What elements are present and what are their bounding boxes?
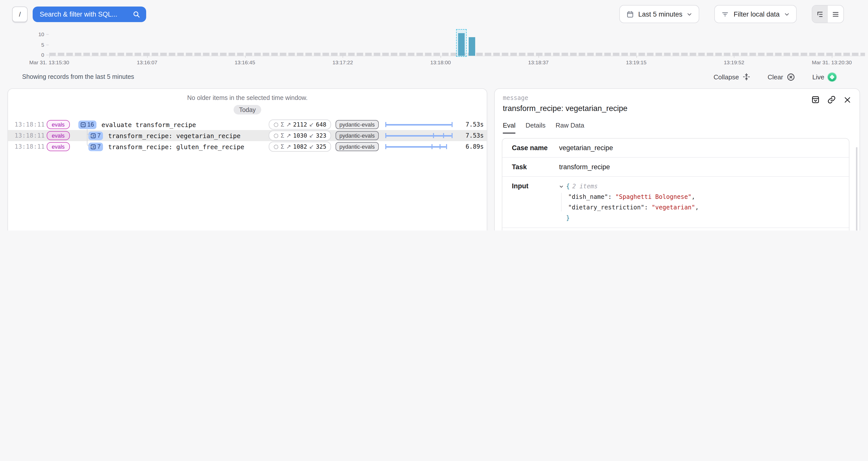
duration-text: 7.53s xyxy=(453,132,484,139)
arrow-down-left-icon: ↙ xyxy=(309,132,314,139)
histogram-bar[interactable] xyxy=(469,37,475,56)
tab-raw-data[interactable]: Raw Data xyxy=(556,122,584,133)
clear-button[interactable]: Clear xyxy=(768,72,795,81)
open-brace: { xyxy=(566,182,569,190)
case-name-row: Case name vegetarian_recipe xyxy=(502,139,849,157)
span-name: transform_recipe: gluten_free_recipe xyxy=(108,143,244,150)
detail-header-actions xyxy=(811,95,851,104)
child-count: 16 xyxy=(87,121,94,128)
evals-tag-label: evals xyxy=(52,122,65,128)
top-bar: / Search & filter with SQL... Last 5 min… xyxy=(0,0,868,28)
service-tag[interactable]: pydantic-evals xyxy=(335,120,379,129)
duration-gantt-bar[interactable] xyxy=(385,132,453,139)
list-view-icon xyxy=(832,10,839,18)
collapse-button[interactable]: Collapse xyxy=(714,73,750,81)
chevron-down-icon xyxy=(784,11,789,17)
coin-icon xyxy=(273,122,279,127)
evals-tag[interactable]: evals xyxy=(47,120,69,129)
x-axis-tick xyxy=(343,56,343,58)
output-token-count: 323 xyxy=(316,132,327,139)
today-pill: Today xyxy=(234,105,261,115)
tree-view-toggle[interactable] xyxy=(812,5,828,23)
token-usage-badge[interactable]: Σ ↗ 1082 ↙ 325 xyxy=(269,142,331,152)
arrow-up-right-icon: ↗ xyxy=(286,121,291,128)
list-view-toggle[interactable] xyxy=(828,5,843,23)
x-axis-tick-label: 13:19:15 xyxy=(626,59,647,65)
row-timestamp: 13:18:11 xyxy=(14,132,40,139)
service-tag-label: pydantic-evals xyxy=(339,132,375,139)
trace-row-vegetarian-recipe[interactable]: 13:18:11 evals 7 transform_recipe: veget… xyxy=(8,130,487,141)
tab-details[interactable]: Details xyxy=(526,122,546,133)
close-icon[interactable] xyxy=(843,95,851,104)
detail-title: transform_recipe: vegetarian_recipe xyxy=(503,104,851,113)
search-button-label: Search & filter with SQL... xyxy=(40,10,133,18)
input-token-count: 2112 xyxy=(293,121,307,128)
arrow-down-left-icon: ↙ xyxy=(309,121,314,128)
slash-key-label: / xyxy=(19,10,21,18)
dock-panel-icon[interactable] xyxy=(811,95,820,104)
clear-label: Clear xyxy=(768,73,783,81)
time-range-label: Last 5 minutes xyxy=(638,10,682,18)
duration-text: 7.53s xyxy=(453,121,484,128)
copy-link-icon[interactable] xyxy=(827,95,836,104)
y-axis-tick xyxy=(46,55,49,55)
filter-local-data-dropdown[interactable]: Filter local data xyxy=(715,5,797,23)
duration-gantt-bar[interactable] xyxy=(385,144,453,150)
view-mode-toggle xyxy=(812,5,844,23)
collapse-icon xyxy=(742,73,750,81)
y-axis-tick-label: 0 xyxy=(32,52,44,58)
x-axis-tick-label: 13:19:52 xyxy=(724,59,744,65)
live-toggle[interactable]: Live xyxy=(812,72,836,81)
service-tag-label: pydantic-evals xyxy=(339,122,375,128)
trace-row-gluten-free-recipe[interactable]: 13:18:11 evals 7 transform_recipe: glute… xyxy=(8,141,487,152)
collapse-node-badge[interactable]: 16 xyxy=(78,120,96,129)
coin-icon xyxy=(273,144,279,149)
x-axis-tick xyxy=(538,56,539,58)
evals-tag[interactable]: evals xyxy=(47,131,69,140)
detail-scrollbar-thumb[interactable] xyxy=(856,147,858,230)
json-separator: , xyxy=(695,204,699,211)
arrow-down-left-icon: ↙ xyxy=(309,143,314,150)
y-axis-tick xyxy=(46,34,49,35)
search-button[interactable]: Search & filter with SQL... xyxy=(33,6,146,22)
x-axis-tick xyxy=(832,56,832,58)
today-label: Today xyxy=(239,106,256,113)
histogram-bar[interactable] xyxy=(458,33,465,56)
x-axis-tick xyxy=(636,56,637,58)
row-right-group: Σ ↗ 1082 ↙ 325 pydantic-evals 6.89s xyxy=(269,142,484,152)
service-tag[interactable]: pydantic-evals xyxy=(335,131,379,140)
clear-circle-x-icon xyxy=(786,72,795,81)
arrow-up-right-icon: ↗ xyxy=(286,132,291,139)
input-json-tree[interactable]: { 2 items "dish_name": "Spaghetti Bologn… xyxy=(559,182,699,222)
row-timestamp: 13:18:11 xyxy=(14,143,40,150)
output-row: Output { 2 items "ingredients": [...] 12… xyxy=(502,227,849,230)
trace-rows: 13:18:11 evals 16 evaluate transform_rec… xyxy=(8,119,487,152)
child-count: 7 xyxy=(97,143,100,150)
x-axis-tick xyxy=(49,56,50,58)
evals-tag[interactable]: evals xyxy=(47,142,69,151)
json-string-value: "vegetarian" xyxy=(651,204,695,211)
detail-tabs: Eval Details Raw Data xyxy=(495,122,860,133)
status-row: Showing records from the last 5 minutes … xyxy=(22,71,836,82)
chevron-down-icon[interactable] xyxy=(559,184,564,189)
x-axis-tick-label: Mar 31. 13:15:30 xyxy=(29,59,69,65)
x-axis-tick xyxy=(147,56,148,58)
x-axis-tick-label: 13:18:00 xyxy=(430,59,451,65)
output-token-count: 648 xyxy=(316,121,327,128)
token-usage-badge[interactable]: Σ ↗ 1030 ↙ 323 xyxy=(269,130,331,141)
chart-plot[interactable]: Mar 31. 13:15:3013:16:0713:16:4513:17:22… xyxy=(49,28,865,56)
x-axis-tick-label: 13:16:07 xyxy=(137,59,157,65)
task-value: transform_recipe xyxy=(559,163,610,171)
filter-local-data-label: Filter local data xyxy=(734,10,780,18)
trace-row-evaluate-transform-recipe[interactable]: 13:18:11 evals 16 evaluate transform_rec… xyxy=(8,119,487,130)
token-usage-badge[interactable]: Σ ↗ 2112 ↙ 648 xyxy=(269,120,331,129)
status-controls: Collapse Clear Live xyxy=(714,72,836,81)
json-key: "dietary_restriction": xyxy=(568,204,648,211)
showing-records-text: Showing records from the last 5 minutes xyxy=(22,73,134,80)
service-tag[interactable]: pydantic-evals xyxy=(335,142,379,151)
records-timeline-chart[interactable]: Mar 31. 13:15:3013:16:0713:16:4513:17:22… xyxy=(0,28,868,67)
tab-eval[interactable]: Eval xyxy=(503,122,516,133)
duration-gantt-bar[interactable] xyxy=(385,122,453,128)
live-status-icon xyxy=(828,72,836,81)
time-range-dropdown[interactable]: Last 5 minutes xyxy=(619,5,700,23)
